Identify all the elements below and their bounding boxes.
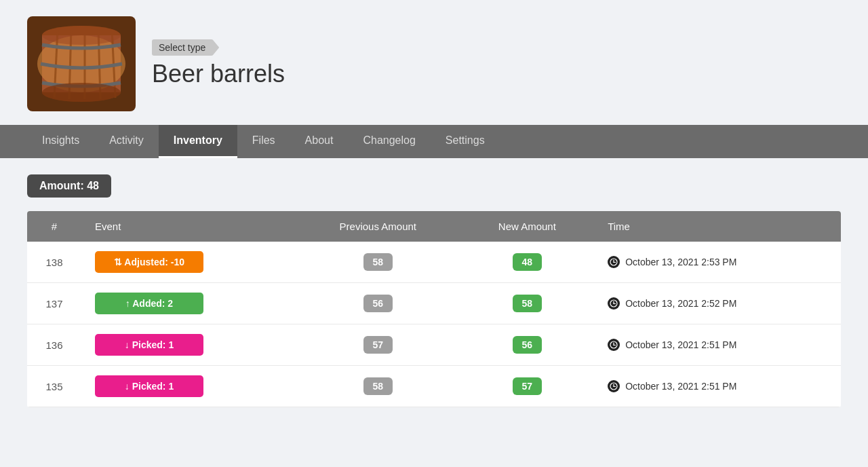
time-text: October 13, 2021 2:51 PM bbox=[625, 381, 736, 392]
row-time: October 13, 2021 2:51 PM bbox=[594, 366, 841, 407]
tab-inventory[interactable]: Inventory bbox=[159, 125, 237, 158]
barrel-image bbox=[27, 16, 136, 111]
clock-icon bbox=[608, 339, 620, 351]
time-text: October 13, 2021 2:52 PM bbox=[625, 298, 736, 309]
row-new-amount: 58 bbox=[460, 283, 595, 324]
svg-point-11 bbox=[42, 83, 121, 102]
row-time: October 13, 2021 2:52 PM bbox=[594, 283, 841, 324]
row-id: 137 bbox=[27, 283, 81, 324]
tab-insights[interactable]: Insights bbox=[27, 125, 94, 158]
prev-amount-pill: 56 bbox=[363, 295, 393, 312]
time-cell: October 13, 2021 2:53 PM bbox=[608, 256, 827, 268]
col-header-number: # bbox=[27, 211, 81, 242]
time-cell: October 13, 2021 2:51 PM bbox=[608, 339, 827, 351]
event-badge-picked: ↓ Picked: 1 bbox=[95, 334, 203, 356]
row-new-amount: 48 bbox=[460, 242, 595, 283]
row-id: 136 bbox=[27, 324, 81, 366]
row-event: ↓ Picked: 1 bbox=[81, 324, 296, 366]
col-header-new-amount: New Amount bbox=[460, 211, 595, 242]
event-badge-picked: ↓ Picked: 1 bbox=[95, 375, 203, 397]
tabs-bar: Insights Activity Inventory Files About … bbox=[0, 125, 868, 158]
prev-amount-pill: 57 bbox=[363, 336, 393, 354]
tab-changelog[interactable]: Changelog bbox=[348, 125, 430, 158]
row-event: ↓ Picked: 1 bbox=[81, 366, 296, 407]
row-previous-amount: 58 bbox=[296, 242, 460, 283]
time-text: October 13, 2021 2:53 PM bbox=[625, 257, 736, 267]
table-row: 137↑ Added: 25658 October 13, 2021 2:52 … bbox=[27, 283, 841, 324]
amount-badge: Amount: 48 bbox=[27, 174, 111, 198]
tab-files[interactable]: Files bbox=[237, 125, 290, 158]
col-header-time: Time bbox=[594, 211, 841, 242]
row-previous-amount: 57 bbox=[296, 324, 460, 366]
new-amount-pill: 56 bbox=[513, 336, 542, 354]
prev-amount-pill: 58 bbox=[363, 253, 393, 271]
content-section: Amount: 48 # Event Previous Amount New A… bbox=[0, 158, 868, 424]
new-amount-pill: 58 bbox=[513, 295, 542, 312]
time-text: October 13, 2021 2:51 PM bbox=[625, 339, 736, 350]
page-title: Beer barrels bbox=[152, 60, 285, 88]
row-previous-amount: 58 bbox=[296, 366, 460, 407]
table-row: 136↓ Picked: 15756 October 13, 2021 2:51… bbox=[27, 324, 841, 366]
clock-icon bbox=[608, 256, 620, 268]
clock-icon bbox=[608, 380, 620, 392]
row-previous-amount: 56 bbox=[296, 283, 460, 324]
row-event: ↑ Added: 2 bbox=[81, 283, 296, 324]
row-id: 138 bbox=[27, 242, 81, 283]
select-type-badge[interactable]: Select type bbox=[152, 39, 219, 56]
col-header-previous-amount: Previous Amount bbox=[296, 211, 460, 242]
event-badge-adjusted: ⇅ Adjusted: -10 bbox=[95, 251, 203, 273]
row-time: October 13, 2021 2:51 PM bbox=[594, 324, 841, 366]
new-amount-pill: 57 bbox=[513, 377, 542, 395]
table-row: 135↓ Picked: 15857 October 13, 2021 2:51… bbox=[27, 366, 841, 407]
row-id: 135 bbox=[27, 366, 81, 407]
row-event: ⇅ Adjusted: -10 bbox=[81, 242, 296, 283]
event-badge-added: ↑ Added: 2 bbox=[95, 293, 203, 314]
time-cell: October 13, 2021 2:51 PM bbox=[608, 380, 827, 392]
header-section: Select type Beer barrels bbox=[0, 0, 868, 125]
row-time: October 13, 2021 2:53 PM bbox=[594, 242, 841, 283]
tab-about[interactable]: About bbox=[290, 125, 349, 158]
table-header-row: # Event Previous Amount New Amount Time bbox=[27, 211, 841, 242]
new-amount-pill: 48 bbox=[513, 253, 542, 271]
tab-activity[interactable]: Activity bbox=[94, 125, 159, 158]
table-row: 138⇅ Adjusted: -105848 October 13, 2021 … bbox=[27, 242, 841, 283]
svg-point-10 bbox=[42, 26, 121, 45]
clock-icon bbox=[608, 297, 620, 310]
tab-settings[interactable]: Settings bbox=[431, 125, 500, 158]
inventory-table: # Event Previous Amount New Amount Time … bbox=[27, 211, 841, 407]
time-cell: October 13, 2021 2:52 PM bbox=[608, 297, 827, 310]
row-new-amount: 56 bbox=[460, 324, 595, 366]
prev-amount-pill: 58 bbox=[363, 377, 393, 395]
row-new-amount: 57 bbox=[460, 366, 595, 407]
col-header-event: Event bbox=[81, 211, 296, 242]
header-info: Select type Beer barrels bbox=[152, 39, 285, 88]
